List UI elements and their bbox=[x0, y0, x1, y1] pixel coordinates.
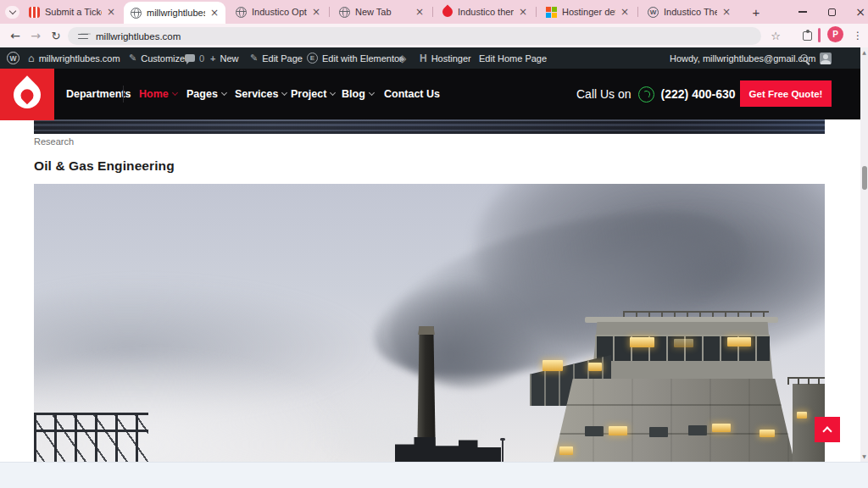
profile-avatar[interactable]: P bbox=[827, 26, 843, 42]
scrollbar-down-arrow[interactable]: ▼ bbox=[860, 453, 868, 460]
tab-close-icon[interactable]: × bbox=[415, 6, 424, 18]
tab-close-icon[interactable]: × bbox=[519, 6, 527, 18]
admin-diamond-menu[interactable]: ◈ bbox=[398, 47, 406, 69]
right-railing bbox=[787, 377, 825, 385]
address-bar[interactable]: millwrightlubes.com bbox=[68, 27, 761, 45]
nav-services[interactable]: Services bbox=[235, 69, 287, 119]
admin-search[interactable] bbox=[800, 47, 808, 69]
smoke-cloud bbox=[390, 277, 542, 387]
site-name-label: millwrightlubes.com bbox=[39, 53, 120, 64]
flame-favicon-icon bbox=[441, 5, 455, 19]
window-minimize-button[interactable] bbox=[790, 0, 815, 24]
tab-separator bbox=[536, 7, 537, 17]
tab-industico-theme-plugin[interactable]: W Industico Theme Plu × bbox=[641, 0, 737, 24]
edit-page-label: Edit Page bbox=[262, 53, 303, 64]
tab-close-icon[interactable]: × bbox=[620, 6, 629, 18]
elementor-label: Edit with Elementor bbox=[322, 53, 403, 64]
nav-project[interactable]: Project bbox=[291, 69, 335, 119]
tab-submit-ticket[interactable]: Submit a Ticket - #19 × bbox=[22, 0, 122, 24]
diamond-icon: ◈ bbox=[398, 53, 406, 64]
lamp-post bbox=[502, 441, 504, 462]
url-text: millwrightlubes.com bbox=[96, 31, 181, 42]
tab-title: Submit a Ticket - #19 bbox=[45, 7, 102, 17]
oil-gas-hero-image bbox=[34, 184, 825, 462]
plus-icon: + bbox=[210, 53, 215, 64]
nav-contact-us[interactable]: Contact Us bbox=[384, 69, 440, 119]
lit-window bbox=[727, 337, 751, 347]
call-us-group: Call Us on (222) 400-630 bbox=[576, 69, 736, 119]
admin-avatar bbox=[820, 53, 832, 64]
site-logo[interactable] bbox=[0, 69, 54, 120]
tab-title: Industico Theme Plu bbox=[664, 7, 717, 17]
phone-number[interactable]: (222) 400-630 bbox=[661, 87, 736, 101]
tab-close-icon[interactable]: × bbox=[210, 7, 219, 19]
lit-window bbox=[559, 446, 573, 455]
tab-title: Industico theme doc bbox=[458, 7, 514, 17]
site-info-icon[interactable] bbox=[78, 32, 88, 41]
tab-industico-options[interactable]: Industico Options ‹ n × bbox=[229, 0, 327, 24]
tab-millwrightlubes-active[interactable]: millwrightlubes.com × bbox=[124, 2, 225, 24]
nav-label: Home bbox=[139, 88, 169, 100]
admin-customize[interactable]: ✎ Customize bbox=[129, 47, 185, 69]
hostinger-label: Hostinger bbox=[431, 53, 471, 64]
admin-comments[interactable]: 0 bbox=[185, 47, 204, 69]
call-us-label: Call Us on bbox=[576, 87, 632, 101]
admin-edit-home-page[interactable]: Edit Home Page bbox=[479, 47, 547, 69]
chevron-up-icon bbox=[822, 426, 832, 435]
home-icon: ⌂ bbox=[28, 53, 35, 64]
scrollbar-up-arrow[interactable]: ▲ bbox=[860, 49, 868, 56]
new-label: New bbox=[220, 53, 238, 64]
tab-new-tab[interactable]: New Tab × bbox=[332, 0, 431, 24]
scrollbar-thumb[interactable] bbox=[862, 166, 867, 190]
chevron-down-icon bbox=[369, 90, 375, 96]
building-roof bbox=[585, 317, 778, 323]
microsoft-favicon-icon bbox=[546, 7, 557, 18]
lit-window bbox=[588, 363, 602, 371]
page-scrollbar[interactable]: ▲ ▼ bbox=[860, 47, 868, 462]
new-tab-button[interactable]: + bbox=[748, 3, 765, 20]
extensions-icon[interactable] bbox=[797, 25, 817, 46]
building-body bbox=[554, 379, 794, 462]
site-header: Departments Home Pages Services Project … bbox=[0, 69, 860, 119]
tab-close-icon[interactable]: × bbox=[107, 6, 115, 18]
lit-window bbox=[630, 337, 654, 347]
tab-title: Hostinger details bbox=[562, 7, 615, 17]
hostinger-icon: H bbox=[420, 53, 427, 64]
howdy-label: Howdy, millwrightlubes@gmail.com bbox=[670, 53, 815, 64]
tab-industico-theme-doc[interactable]: Industico theme doc × bbox=[436, 0, 534, 24]
nav-departments[interactable]: Departments bbox=[66, 69, 131, 119]
reload-button[interactable]: ↻ bbox=[46, 25, 66, 46]
tab-search-button[interactable] bbox=[5, 6, 19, 19]
admin-site-name[interactable]: ⌂ millwrightlubes.com bbox=[28, 47, 120, 69]
nav-pages[interactable]: Pages bbox=[186, 69, 226, 119]
tab-close-icon[interactable]: × bbox=[722, 6, 731, 18]
edit-home-page-label: Edit Home Page bbox=[479, 53, 547, 64]
admin-edit-page[interactable]: ✎ Edit Page bbox=[250, 47, 303, 69]
admin-edit-with-elementor[interactable]: E Edit with Elementor bbox=[307, 47, 403, 69]
tab-hostinger-details[interactable]: Hostinger details × bbox=[539, 0, 636, 24]
bookmark-star-icon[interactable]: ☆ bbox=[765, 25, 786, 46]
tab-close-icon[interactable]: × bbox=[312, 6, 320, 18]
wp-logo-menu[interactable]: W bbox=[7, 47, 19, 69]
nav-divider bbox=[123, 86, 124, 103]
forward-button[interactable]: → bbox=[25, 25, 46, 46]
browser-menu-icon[interactable]: ⋮ bbox=[848, 25, 868, 46]
dark-window bbox=[688, 425, 707, 435]
admin-hostinger[interactable]: H Hostinger bbox=[420, 47, 471, 69]
lit-window bbox=[712, 424, 731, 432]
section-heading: Oil & Gas Engineering bbox=[34, 158, 175, 174]
elementor-icon: E bbox=[307, 53, 318, 64]
back-button[interactable]: ← bbox=[5, 25, 25, 46]
desktop: Submit a Ticket - #19 × millwrightlubes.… bbox=[0, 0, 868, 488]
admin-new[interactable]: + New bbox=[210, 47, 238, 69]
nav-blog[interactable]: Blog bbox=[342, 69, 374, 119]
get-free-quote-button[interactable]: Get Free Quote! bbox=[740, 80, 832, 107]
nav-label: Blog bbox=[342, 88, 365, 100]
nav-home[interactable]: Home bbox=[139, 69, 177, 119]
scroll-to-top-button[interactable] bbox=[815, 417, 840, 442]
nav-label: Contact Us bbox=[384, 88, 440, 100]
window-maximize-button[interactable] bbox=[819, 0, 844, 24]
window-close-button[interactable]: × bbox=[848, 0, 868, 24]
image-caption: Research bbox=[34, 136, 74, 147]
chevron-down-icon bbox=[172, 90, 178, 96]
